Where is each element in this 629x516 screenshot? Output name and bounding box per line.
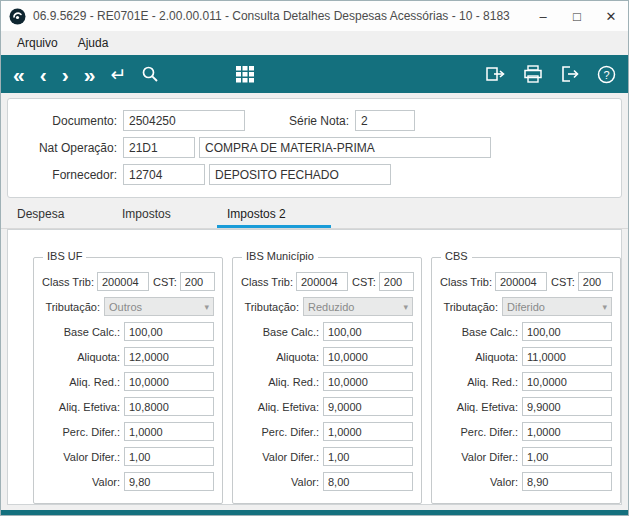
- spool-icon[interactable]: [486, 65, 506, 83]
- serie-nota-field[interactable]: [355, 110, 415, 131]
- nat-operacao-label: Nat Operação:: [8, 141, 123, 155]
- serie-nota-label: Série Nota:: [267, 114, 355, 128]
- class-trib-row: Class Trib: CST:: [241, 272, 413, 291]
- grid-icon[interactable]: [236, 66, 255, 83]
- app-logo-icon: [9, 8, 26, 25]
- fornecedor-desc-field[interactable]: [209, 164, 391, 185]
- class-trib-label: Class Trib:: [241, 276, 296, 288]
- tributacao-row: Tributação: Reduzido ▾: [241, 297, 413, 316]
- base-calc-label: Base Calc.:: [42, 326, 124, 338]
- aliq-efetiva-label: Aliq. Efetiva:: [241, 401, 323, 413]
- aliq-red-field[interactable]: [323, 372, 413, 391]
- perc-difer-field[interactable]: [124, 422, 214, 441]
- tributacao-value: Outros: [109, 301, 204, 313]
- help-icon[interactable]: ?: [597, 65, 616, 84]
- valor-field[interactable]: [124, 472, 214, 491]
- toolbar-nav-group: « ‹ › » ↵: [13, 64, 255, 85]
- status-bar: [1, 510, 628, 516]
- window-title: 06.9.5629 - RE0701E - 2.00.00.011 - Cons…: [33, 9, 510, 23]
- exit-icon[interactable]: [560, 65, 580, 83]
- title-bar: 06.9.5629 - RE0701E - 2.00.00.011 - Cons…: [1, 1, 628, 31]
- previous-record-icon[interactable]: ‹: [40, 64, 47, 85]
- fornecedor-label: Fornecedor:: [8, 168, 123, 182]
- maximize-button[interactable]: □: [560, 1, 594, 31]
- class-trib-label: Class Trib:: [42, 276, 97, 288]
- aliq-red-label: Aliq. Red.:: [241, 376, 323, 388]
- tab-impostos[interactable]: Impostos: [112, 202, 217, 228]
- valor-difer-label: Valor Difer.:: [440, 451, 522, 463]
- print-icon[interactable]: [523, 65, 543, 83]
- base-calc-field[interactable]: [323, 322, 413, 341]
- impostos-2-panel: IBS UF Class Trib: CST: Tributação: Outr…: [7, 229, 622, 505]
- confirm-icon[interactable]: ↵: [110, 65, 126, 84]
- valor-difer-field[interactable]: [522, 447, 612, 466]
- cst-field[interactable]: [578, 272, 613, 291]
- aliquota-label: Aliquota:: [241, 351, 323, 363]
- groupbox-ibs-municipio: IBS Município Class Trib: CST: Tributaçã…: [232, 257, 422, 504]
- perc-difer-field[interactable]: [323, 422, 413, 441]
- tributacao-select[interactable]: Reduzido ▾: [303, 297, 413, 316]
- tributacao-select[interactable]: Outros ▾: [104, 297, 214, 316]
- tributacao-value: Diferido: [507, 301, 602, 313]
- aliquota-field[interactable]: [124, 347, 214, 366]
- aliq-red-label: Aliq. Red.:: [42, 376, 124, 388]
- window-controls: – □ ✕: [526, 1, 628, 31]
- class-trib-field[interactable]: [495, 272, 547, 291]
- groupbox-cbs: CBS Class Trib: CST: Tributação: Diferid…: [431, 257, 621, 504]
- aliq-efetiva-field[interactable]: [124, 397, 214, 416]
- tributacao-row: Tributação: Outros ▾: [42, 297, 214, 316]
- documento-field[interactable]: [123, 110, 245, 131]
- aliq-red-field[interactable]: [124, 372, 214, 391]
- base-calc-field[interactable]: [124, 322, 214, 341]
- valor-field[interactable]: [323, 472, 413, 491]
- documento-row: Documento: Série Nota:: [8, 107, 621, 134]
- aliquota-field[interactable]: [522, 347, 612, 366]
- aliq-efetiva-field[interactable]: [323, 397, 413, 416]
- valor-difer-field[interactable]: [323, 447, 413, 466]
- aliquota-field[interactable]: [323, 347, 413, 366]
- perc-difer-label: Perc. Difer.:: [241, 426, 323, 438]
- fornecedor-field[interactable]: [123, 164, 205, 185]
- valor-difer-label: Valor Difer.:: [42, 451, 124, 463]
- menu-arquivo[interactable]: Arquivo: [9, 33, 66, 53]
- first-record-icon[interactable]: «: [13, 64, 25, 85]
- tributacao-value: Reduzido: [308, 301, 403, 313]
- groupbox-title: IBS Município: [242, 250, 318, 262]
- document-header-panel: Documento: Série Nota: Nat Operação: For…: [7, 98, 622, 198]
- fornecedor-row: Fornecedor:: [8, 161, 621, 188]
- valor-difer-label: Valor Difer.:: [241, 451, 323, 463]
- tributacao-row: Tributação: Diferido ▾: [440, 297, 612, 316]
- tab-despesa[interactable]: Despesa: [7, 202, 112, 228]
- aliquota-label: Aliquota:: [440, 351, 522, 363]
- base-calc-field[interactable]: [522, 322, 612, 341]
- perc-difer-field[interactable]: [522, 422, 612, 441]
- cst-field[interactable]: [180, 272, 215, 291]
- minimize-button[interactable]: –: [526, 1, 560, 31]
- class-trib-field[interactable]: [97, 272, 149, 291]
- tab-strip: Despesa Impostos Impostos 2: [1, 202, 628, 229]
- svg-text:?: ?: [603, 68, 609, 80]
- aliq-efetiva-field[interactable]: [522, 397, 612, 416]
- aliquota-label: Aliquota:: [42, 351, 124, 363]
- valor-field[interactable]: [522, 472, 612, 491]
- class-trib-row: Class Trib: CST:: [42, 272, 214, 291]
- class-trib-row: Class Trib: CST:: [440, 272, 612, 291]
- close-button[interactable]: ✕: [594, 1, 628, 31]
- toolbar: « ‹ › » ↵: [1, 55, 628, 93]
- tab-impostos-2[interactable]: Impostos 2: [217, 202, 331, 228]
- last-record-icon[interactable]: »: [84, 64, 96, 85]
- search-icon[interactable]: [141, 65, 159, 83]
- menu-ajuda[interactable]: Ajuda: [70, 33, 117, 53]
- aliq-red-label: Aliq. Red.:: [440, 376, 522, 388]
- app-window: { "window": { "title": "06.9.5629 - RE07…: [0, 0, 629, 516]
- aliq-red-field[interactable]: [522, 372, 612, 391]
- valor-difer-field[interactable]: [124, 447, 214, 466]
- tributacao-select[interactable]: Diferido ▾: [502, 297, 612, 316]
- nat-operacao-field[interactable]: [123, 137, 195, 158]
- groupbox-title: CBS: [441, 250, 472, 262]
- cst-field[interactable]: [379, 272, 414, 291]
- next-record-icon[interactable]: ›: [62, 64, 69, 85]
- valor-label: Valor:: [241, 476, 323, 488]
- class-trib-field[interactable]: [296, 272, 348, 291]
- nat-operacao-desc-field[interactable]: [199, 137, 491, 158]
